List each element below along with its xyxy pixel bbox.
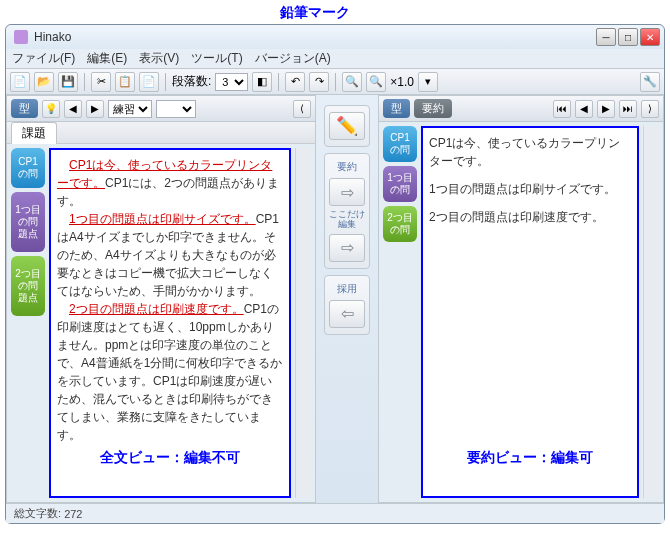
right-header: 型 要約 ⏮ ◀ ▶ ⏭ ⟩ [379,96,663,122]
undo-icon[interactable]: ↶ [285,72,305,92]
arrow-right-icon[interactable]: ▶ [86,100,104,118]
open-icon[interactable]: 📂 [34,72,54,92]
app-icon [14,30,28,44]
right-pane: 型 要約 ⏮ ◀ ▶ ⏭ ⟩ CP1 の問 1つ目 の問 2つ目 の問 [378,95,664,503]
summary-label: 要約 [337,158,357,176]
zoom-value: ×1.0 [390,75,414,89]
paste-icon[interactable]: 📄 [139,72,159,92]
paragraph-select[interactable]: 3 [215,73,248,91]
menu-view[interactable]: 表示(V) [139,50,179,67]
char-count-label: 総文字数: [14,506,61,521]
fulltext-view: CP1は今、使っているカラープリンターです。CP1には、2つの問題点があります。… [49,148,291,498]
save-icon[interactable]: 💾 [58,72,78,92]
cut-icon[interactable]: ✂ [91,72,111,92]
menu-tool[interactable]: ツール(T) [191,50,242,67]
left-nav: CP1 の問 1つ目 の問 題点 2つ目 の問 題点 [11,148,45,498]
arrow-left-icon[interactable]: ◀ [64,100,82,118]
window-title: Hinako [34,30,596,44]
rnav-point2[interactable]: 2つ目 の問 [383,206,417,242]
separator [84,73,85,91]
menubar: ファイル(F) 編集(E) 表示(V) ツール(T) バージョン(A) [6,49,664,69]
nav-point2[interactable]: 2つ目 の問 題点 [11,256,45,316]
summary-caption: 要約ビュー：編集可 [423,447,637,468]
help-icon[interactable]: 🔧 [640,72,660,92]
collapse-right-icon[interactable]: ⟩ [641,100,659,118]
txt-3: CP1の印刷速度はとても遅く、10ppmしかありません。ppmとは印字速度の単位… [57,302,282,442]
partial-arrow-button[interactable]: ⇨ [329,234,365,262]
menu-version[interactable]: バージョン(A) [255,50,331,67]
sum-1: CP1は今、使っているカラープリンターです。 [429,134,631,170]
nav-cp1[interactable]: CP1 の問 [11,148,45,188]
char-count-value: 272 [64,508,82,520]
tool-icon[interactable]: ◧ [252,72,272,92]
pencil-button[interactable]: ✏️ [329,112,365,140]
menu-edit[interactable]: 編集(E) [87,50,127,67]
close-button[interactable]: ✕ [640,28,660,46]
nav-next-icon[interactable]: ▶ [597,100,615,118]
separator [335,73,336,91]
practice-select[interactable]: 練習 [108,100,152,118]
pencil-group: ✏️ [324,105,370,147]
callout-label: 鉛筆マーク [280,4,350,22]
left-pane: 型 💡 ◀ ▶ 練習 ⟨ 課題 CP1 の問 1つ目 の問 題点 2 [6,95,316,503]
sum-2: 1つ目の問題点は印刷サイズです。 [429,180,631,198]
hl-2: 1つ目の問題点は印刷サイズです。 [69,212,256,226]
nav-prev-icon[interactable]: ◀ [575,100,593,118]
zoom-in-icon[interactable]: 🔍 [366,72,386,92]
summary-pill[interactable]: 要約 [414,99,452,118]
nav-last-icon[interactable]: ⏭ [619,100,637,118]
summary-view[interactable]: CP1は今、使っているカラープリンターです。 1つ目の問題点は印刷サイズです。 … [421,126,639,498]
nav-first-icon[interactable]: ⏮ [553,100,571,118]
adopt-group: 採用 ⇦ [324,275,370,335]
maximize-button[interactable]: □ [618,28,638,46]
copy-icon[interactable]: 📋 [115,72,135,92]
body: 型 💡 ◀ ▶ 練習 ⟨ 課題 CP1 の問 1つ目 の問 題点 2 [6,95,664,503]
nav-point1[interactable]: 1つ目 の問 題点 [11,192,45,252]
new-icon[interactable]: 📄 [10,72,30,92]
rnav-cp1[interactable]: CP1 の問 [383,126,417,162]
left-header: 型 💡 ◀ ▶ 練習 ⟨ [7,96,315,122]
statusbar: 総文字数: 272 [6,503,664,523]
separator [165,73,166,91]
zoom-out-icon[interactable]: 🔍 [342,72,362,92]
blank-select[interactable] [156,100,196,118]
right-nav: CP1 の問 1つ目 の問 2つ目 の問 [383,126,417,498]
collapse-left-icon[interactable]: ⟨ [293,100,311,118]
right-body: CP1 の問 1つ目 の問 2つ目 の問 CP1は今、使っているカラープリンター… [379,122,663,502]
rnav-point1[interactable]: 1つ目 の問 [383,166,417,202]
minimize-button[interactable]: ─ [596,28,616,46]
subject-tab[interactable]: 課題 [11,122,57,144]
bulb-icon[interactable]: 💡 [42,100,60,118]
adopt-label: 採用 [337,280,357,298]
scrollbar[interactable] [295,148,311,498]
titlebar: Hinako ─ □ ✕ [6,25,664,49]
paragraph-label: 段落数: [172,73,211,90]
redo-icon[interactable]: ↷ [309,72,329,92]
summary-arrow-button[interactable]: ⇨ [329,178,365,206]
type-pill[interactable]: 型 [11,99,38,118]
type-pill-right[interactable]: 型 [383,99,410,118]
scrollbar-right[interactable] [643,126,659,498]
sum-3: 2つ目の問題点は印刷速度です。 [429,208,631,226]
menu-file[interactable]: ファイル(F) [12,50,75,67]
partial-label: ここだけ 編集 [329,208,365,232]
toolbar: 📄 📂 💾 ✂ 📋 📄 段落数: 3 ◧ ↶ ↷ 🔍 🔍 ×1.0 ▾ 🔧 [6,69,664,95]
left-body: CP1 の問 1つ目 の問 題点 2つ目 の問 題点 CP1は今、使っているカラ… [7,144,315,502]
zoom-down-icon[interactable]: ▾ [418,72,438,92]
separator [278,73,279,91]
hl-3: 2つ目の問題点は印刷速度です。 [69,302,244,316]
middle-pane: ✏️ 要約 ⇨ ここだけ 編集 ⇨ 採用 ⇦ [316,95,378,503]
app-window: Hinako ─ □ ✕ ファイル(F) 編集(E) 表示(V) ツール(T) … [5,24,665,524]
fulltext-caption: 全文ビュー：編集不可 [51,447,289,468]
summary-group: 要約 ⇨ ここだけ 編集 ⇨ [324,153,370,269]
adopt-arrow-button[interactable]: ⇦ [329,300,365,328]
